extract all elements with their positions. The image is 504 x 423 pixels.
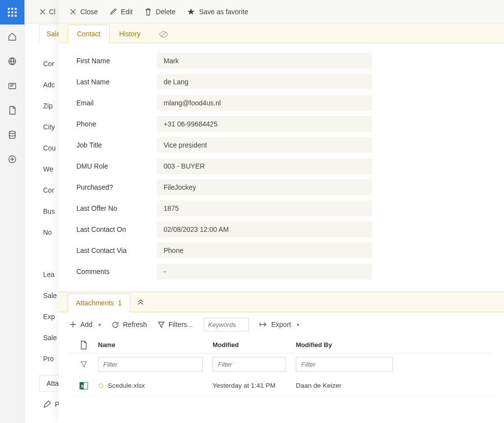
database-icon	[7, 130, 17, 140]
apps-launcher[interactable]	[0, 0, 24, 25]
field-value[interactable]: 003 - BUYER	[157, 158, 372, 174]
field-value[interactable]: Vice president	[157, 137, 372, 153]
col-name-header[interactable]: Name	[98, 341, 213, 348]
svg-rect-0	[8, 8, 10, 10]
field-value[interactable]: -	[157, 264, 372, 279]
edit-button[interactable]: Edit	[110, 8, 133, 16]
export-button[interactable]: Export ▾	[260, 321, 299, 328]
filters-button[interactable]: Filters...	[158, 321, 193, 328]
svg-rect-1	[11, 8, 13, 10]
field-value[interactable]: mlang@food4us.nl	[157, 95, 372, 111]
close-button[interactable]: Close	[70, 8, 98, 16]
grid-filter-row	[70, 353, 493, 375]
form-row: Last Contact ViaPhone	[76, 240, 504, 261]
col-modified-header[interactable]: Modified	[213, 341, 296, 348]
eye-off-icon	[159, 31, 168, 38]
sync-icon	[98, 383, 104, 389]
filters-label: Filters...	[168, 321, 193, 328]
file-name-cell: Scedule.xlsx	[98, 382, 213, 389]
form-row: First NameMark	[76, 50, 504, 71]
chevron-double-up-icon	[137, 299, 144, 305]
left-rail	[0, 0, 24, 423]
refresh-icon	[112, 321, 119, 328]
close-icon	[39, 8, 46, 15]
svg-rect-8	[15, 15, 17, 17]
field-value[interactable]: +31 06-99684425	[157, 116, 372, 132]
add-label: Add	[80, 321, 93, 328]
star-icon	[187, 8, 195, 16]
attachments-tab-label: Attachments	[76, 299, 114, 307]
tab-attachments[interactable]: Attachments 1	[68, 294, 130, 312]
form-row: Emailmlang@food4us.nl	[76, 92, 504, 113]
field-value[interactable]: 02/08/2023 12:00 AM	[157, 222, 372, 237]
svg-text:X: X	[81, 384, 84, 389]
favorite-button[interactable]: Save as favorite	[187, 8, 248, 16]
keywords-input[interactable]	[204, 318, 249, 331]
field-label: First Name	[76, 57, 157, 65]
favorite-label: Save as favorite	[199, 8, 248, 16]
pencil-icon	[43, 400, 51, 408]
field-value[interactable]: 1875	[157, 200, 372, 216]
apps-icon	[8, 8, 17, 17]
rail-news[interactable]	[0, 74, 24, 98]
col-modifiedby-header[interactable]: Modified By	[296, 341, 493, 348]
filter-icon-cell[interactable]	[70, 361, 98, 368]
form-row: Last Namede Lang	[76, 71, 504, 92]
filter-modified-input[interactable]	[213, 357, 286, 372]
attachment-row[interactable]: XScedule.xlsxYesterday at 1:41 PMDaan de…	[70, 375, 493, 397]
refresh-label: Refresh	[123, 321, 147, 328]
collapse-button[interactable]	[130, 293, 151, 312]
field-value[interactable]: Phone	[157, 243, 372, 258]
field-label: Last Contact Via	[76, 247, 157, 254]
attachments-grid: Name Modified Modified By XScedule.xlsxY…	[59, 337, 504, 397]
field-label: Job Title	[76, 141, 157, 149]
rail-data[interactable]	[0, 123, 24, 147]
col-icon-header[interactable]	[70, 341, 98, 349]
panel-toolbar: Close Edit Delete Save as favorite	[59, 0, 504, 24]
attachments-count: 1	[118, 299, 122, 307]
svg-rect-3	[8, 11, 10, 13]
attachments-tabstrip: Attachments 1	[59, 292, 504, 312]
svg-rect-5	[15, 11, 17, 13]
tab-contact[interactable]: Contact	[68, 25, 110, 43]
pencil-icon	[110, 8, 117, 15]
tab-history[interactable]: History	[110, 25, 150, 43]
rail-home[interactable]	[0, 25, 24, 49]
grid-header: Name Modified Modified By	[70, 337, 493, 353]
close-icon	[70, 8, 76, 15]
tab-hidden[interactable]	[150, 25, 177, 43]
rail-file[interactable]	[0, 98, 24, 123]
file-icon	[80, 341, 87, 349]
filter-icon	[80, 361, 87, 368]
svg-point-11	[9, 131, 15, 134]
form-area: First NameMarkLast Namede LangEmailmlang…	[59, 43, 504, 292]
rail-globe[interactable]	[0, 49, 24, 74]
field-value[interactable]: FileJockey	[157, 179, 372, 195]
svg-rect-2	[15, 8, 17, 10]
filter-name-input[interactable]	[98, 357, 203, 372]
field-label: Comments	[76, 268, 157, 275]
field-label: Last Name	[76, 78, 157, 86]
filter-modifiedby-input[interactable]	[296, 357, 393, 372]
bg-print[interactable]: P	[43, 400, 59, 408]
delete-button[interactable]: Delete	[144, 8, 175, 16]
excel-icon: X	[79, 381, 88, 390]
plus-circle-icon	[7, 154, 17, 164]
field-value[interactable]: de Lang	[157, 74, 372, 90]
field-label: Purchased?	[76, 183, 157, 191]
plus-icon	[70, 321, 76, 328]
rail-add[interactable]	[0, 147, 24, 172]
field-label: Last Offer No	[76, 204, 157, 212]
add-button[interactable]: Add ▾	[70, 321, 101, 328]
field-label: Phone	[76, 120, 157, 128]
home-icon	[7, 32, 17, 42]
field-value[interactable]: Mark	[157, 53, 372, 69]
file-name: Scedule.xlsx	[108, 382, 145, 389]
bg-close-label: Cl	[49, 8, 55, 16]
modified-cell: Yesterday at 1:41 PM	[213, 382, 296, 389]
form-row: Comments-	[76, 261, 504, 282]
refresh-button[interactable]: Refresh	[112, 321, 147, 328]
trash-icon	[144, 8, 152, 16]
export-icon	[260, 321, 267, 328]
chevron-down-icon: ▾	[297, 322, 299, 327]
